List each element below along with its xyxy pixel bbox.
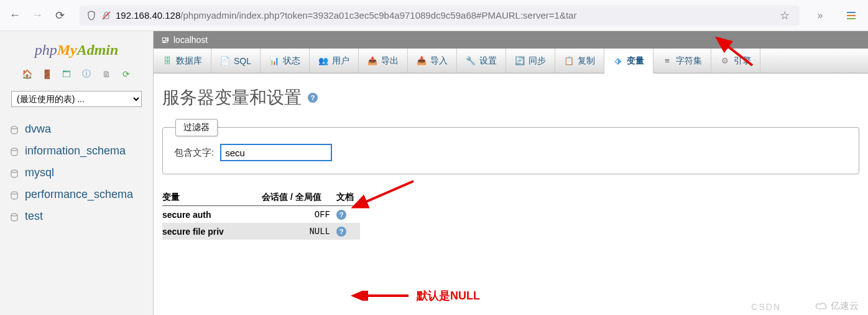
tab-label: 状态	[283, 55, 300, 67]
browser-toolbar: ← → ⟳ 192.168.40.128/phpmyadmin/index.ph…	[0, 0, 868, 31]
tab-label: 同步	[529, 55, 546, 67]
database-list: dvwainformation_schemamysqlperformance_s…	[5, 118, 148, 227]
bookmark-star-icon[interactable]: ☆	[776, 9, 793, 22]
tab-label: SQL	[234, 56, 251, 66]
tab-2[interactable]: 📊状态	[261, 49, 310, 73]
tab-9[interactable]: ⬗变量	[604, 49, 653, 73]
lock-insecure-icon	[101, 11, 112, 21]
col-value: 会话值 / 全局值	[262, 189, 336, 206]
breadcrumb: 🖳 localhost	[154, 31, 868, 49]
db-label: mysql	[25, 166, 54, 179]
tab-11[interactable]: ⚙引擎	[711, 49, 760, 73]
db-item-mysql[interactable]: mysql	[7, 162, 145, 184]
watermark-yisuyun: 亿速云	[815, 300, 859, 312]
nav-settings-icon[interactable]: 🗎	[101, 68, 112, 80]
var-value: NULL	[262, 223, 336, 240]
tab-icon: 📥	[417, 56, 427, 66]
svg-point-5	[11, 126, 17, 129]
tab-icon: 📤	[367, 56, 377, 66]
help-icon[interactable]: ?	[336, 227, 346, 237]
var-doc[interactable]: ?	[336, 206, 360, 223]
tab-1[interactable]: 📄SQL	[211, 49, 261, 73]
watermark-csdn: CSDN	[751, 302, 781, 312]
table-row[interactable]: secure authOFF?	[162, 206, 360, 223]
database-icon	[10, 168, 20, 178]
filter-fieldset: 过滤器 包含文字:	[162, 127, 859, 174]
docs-icon[interactable]: ⓘ	[81, 68, 92, 80]
database-icon	[10, 125, 20, 134]
database-icon	[10, 146, 20, 156]
db-label: test	[25, 210, 43, 223]
forward-button[interactable]: →	[29, 7, 46, 24]
filter-input[interactable]	[220, 144, 332, 161]
tab-icon: 📊	[269, 56, 279, 66]
extensions-button[interactable]: »	[810, 5, 831, 26]
table-row[interactable]: secure file privNULL?	[162, 223, 360, 240]
help-icon[interactable]: ?	[336, 210, 346, 220]
tab-label: 变量	[627, 55, 644, 67]
tab-10[interactable]: ≡字符集	[653, 49, 711, 73]
tab-icon: 🗄	[162, 56, 172, 66]
tab-icon: ⚙	[720, 56, 730, 66]
recent-tables-select[interactable]: (最近使用的表) ...	[11, 91, 142, 107]
reload-nav-icon[interactable]: ⟳	[121, 68, 132, 80]
tab-icon: ≡	[662, 56, 672, 66]
tab-7[interactable]: 🔄同步	[506, 49, 555, 73]
app-menu-button[interactable]	[841, 5, 862, 26]
svg-point-8	[11, 192, 17, 194]
shield-icon	[86, 11, 97, 21]
tab-label: 设置	[479, 55, 497, 67]
tab-8[interactable]: 📋复制	[555, 49, 604, 73]
tab-icon: ⬗	[613, 56, 623, 66]
sidebar: phpMyAdmin 🏠 🚪 🗔 ⓘ 🗎 ⟳ (最近使用的表) ... dvwa…	[0, 31, 154, 315]
database-icon	[10, 190, 20, 200]
tab-label: 导入	[430, 55, 448, 67]
svg-point-6	[11, 148, 17, 151]
back-button[interactable]: ←	[6, 7, 24, 24]
tab-6[interactable]: 🔧设置	[457, 49, 506, 73]
logout-icon[interactable]: 🚪	[41, 68, 52, 80]
svg-point-7	[11, 170, 17, 172]
query-icon[interactable]: 🗔	[61, 68, 72, 80]
var-doc[interactable]: ?	[336, 223, 360, 240]
var-name: secure file priv	[162, 223, 262, 240]
tab-label: 用户	[332, 55, 349, 67]
database-icon	[10, 212, 20, 222]
var-value: OFF	[262, 206, 336, 223]
tab-label: 复制	[578, 55, 595, 67]
sidebar-toolbar: 🏠 🚪 🗔 ⓘ 🗎 ⟳	[21, 68, 132, 80]
main-panel: 🖳 localhost 🗄数据库📄SQL📊状态👥用户📤导出📥导入🔧设置🔄同步📋复…	[154, 31, 868, 315]
col-doc: 文档	[336, 189, 360, 206]
tab-3[interactable]: 👥用户	[310, 49, 359, 73]
col-variable: 变量	[162, 189, 262, 206]
tab-icon: 👥	[318, 56, 328, 66]
server-icon: 🖳	[161, 35, 170, 45]
filter-legend: 过滤器	[175, 119, 218, 136]
tab-0[interactable]: 🗄数据库	[154, 49, 211, 73]
tab-5[interactable]: 📥导入	[408, 49, 457, 73]
help-icon[interactable]: ?	[308, 93, 318, 103]
page-title: 服务器变量和设置 ?	[162, 86, 859, 110]
tab-label: 数据库	[176, 55, 202, 67]
tab-4[interactable]: 📤导出	[359, 49, 408, 73]
db-label: dvwa	[25, 123, 51, 136]
tab-label: 字符集	[676, 55, 702, 67]
tab-icon: 🔄	[515, 56, 525, 66]
tab-icon: 🔧	[466, 56, 476, 66]
tab-icon: 📋	[564, 56, 574, 66]
db-item-performance_schema[interactable]: performance_schema	[7, 184, 145, 205]
tab-label: 导出	[381, 55, 399, 67]
db-label: performance_schema	[25, 188, 133, 201]
home-icon[interactable]: 🏠	[21, 68, 32, 80]
var-name: secure auth	[162, 206, 262, 223]
filter-label: 包含文字:	[174, 147, 214, 159]
variables-table: 变量 会话值 / 全局值 文档 secure authOFF?secure fi…	[162, 189, 360, 240]
url-bar[interactable]: 192.168.40.128/phpmyadmin/index.php?toke…	[80, 6, 800, 26]
db-item-dvwa[interactable]: dvwa	[7, 118, 145, 140]
phpmyadmin-logo[interactable]: phpMyAdmin	[35, 41, 119, 59]
breadcrumb-host[interactable]: localhost	[173, 35, 208, 45]
db-item-test[interactable]: test	[7, 205, 145, 227]
reload-button[interactable]: ⟳	[51, 7, 68, 24]
tab-bar: 🗄数据库📄SQL📊状态👥用户📤导出📥导入🔧设置🔄同步📋复制⬗变量≡字符集⚙引擎	[154, 49, 868, 73]
db-item-information_schema[interactable]: information_schema	[7, 140, 145, 162]
